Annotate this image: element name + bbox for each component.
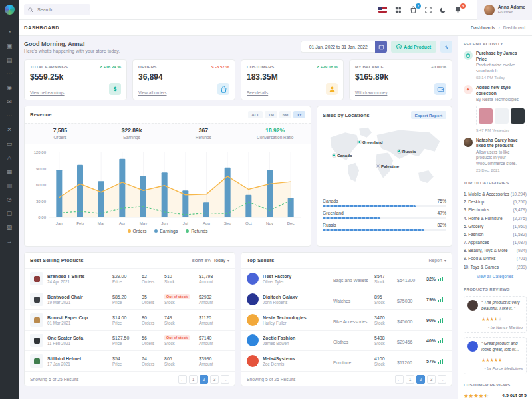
product-thumbnail bbox=[479, 108, 493, 124]
apps-icon[interactable]: ▣ bbox=[0, 39, 19, 53]
messages-icon[interactable]: ✉ bbox=[0, 94, 19, 108]
map-marker-russia[interactable]: Russia bbox=[398, 149, 416, 154]
maps-icon[interactable]: ▧ bbox=[0, 220, 19, 234]
activity-shortcut-button[interactable] bbox=[440, 41, 452, 53]
wallet-icon bbox=[434, 83, 446, 95]
location-bar-row: Greenland47% bbox=[323, 211, 446, 219]
language-flag-button[interactable] bbox=[378, 7, 387, 13]
category-row: 7. Appliances (1,037) bbox=[464, 239, 527, 247]
page-3-button[interactable]: 3 bbox=[210, 375, 219, 384]
map-marker-palestine[interactable]: Palestine bbox=[376, 164, 399, 168]
pagination: ← 1 2 3 → bbox=[178, 375, 229, 384]
charts-icon[interactable]: ▥ bbox=[0, 178, 19, 192]
sort-by-dropdown[interactable]: SORT BY: Today ▾ bbox=[192, 258, 229, 263]
forms-icon[interactable]: △ bbox=[0, 150, 19, 164]
us-flag-icon bbox=[378, 7, 387, 13]
stat-link[interactable]: View net earnings bbox=[30, 90, 65, 95]
table-row: Meta4Systems Zoe Dennis Furniture 4100St… bbox=[241, 350, 452, 371]
next-page-button[interactable]: → bbox=[221, 375, 229, 384]
stat-value: $559.25k bbox=[30, 72, 121, 82]
svg-text:Oct: Oct bbox=[245, 221, 252, 225]
next-page-button[interactable]: → bbox=[438, 375, 446, 384]
account-icon[interactable]: ◉ bbox=[0, 80, 19, 94]
add-product-button[interactable]: + Add Product bbox=[391, 41, 436, 53]
advance-ui-icon[interactable]: ✕ bbox=[0, 122, 19, 136]
layouts-icon[interactable]: ▤ bbox=[0, 53, 19, 66]
svg-text:Apr: Apr bbox=[119, 221, 126, 225]
plus-icon: + bbox=[396, 44, 402, 49]
chart-legend: Orders Earnings Refunds bbox=[25, 227, 311, 237]
theme-toggle-button[interactable] bbox=[440, 7, 446, 13]
multilevel-icon[interactable]: → bbox=[0, 234, 19, 248]
stat-link[interactable]: View all orders bbox=[138, 90, 167, 95]
seller-logo bbox=[247, 314, 259, 326]
menu-ellipsis2-icon[interactable]: ⋯ bbox=[0, 108, 19, 122]
calendar-icon bbox=[378, 44, 384, 50]
svg-text:60.00: 60.00 bbox=[36, 183, 47, 187]
page-3-button[interactable]: 3 bbox=[427, 375, 436, 384]
filter-all[interactable]: ALL bbox=[248, 111, 263, 118]
top-sellers-card: Top Sellers Report ▾ iTest Factory Olive… bbox=[241, 252, 452, 386]
page-2-button[interactable]: 2 bbox=[416, 375, 425, 384]
legend-dot bbox=[154, 229, 158, 233]
history-icon[interactable]: ◷ bbox=[0, 192, 19, 206]
svg-text:Feb: Feb bbox=[76, 221, 84, 225]
cart-button[interactable]: 7 bbox=[410, 6, 417, 13]
stat-label: ORDERS bbox=[138, 65, 157, 69]
table-row: Nesta Technologies Harley Fuller Bike Ac… bbox=[241, 309, 452, 330]
notifications-button[interactable]: 3 bbox=[454, 6, 462, 13]
export-report-button[interactable]: Export Report bbox=[411, 111, 446, 119]
greeting-row: Good Morning, Anna! Here's what's happen… bbox=[24, 41, 452, 53]
category-row: 4. Home & Furniture (2,275) bbox=[464, 214, 527, 222]
breadcrumb: Dashboards › Dashboard bbox=[471, 25, 525, 30]
view-all-categories-link[interactable]: View all Categories bbox=[464, 274, 527, 279]
svg-text:90.00: 90.00 bbox=[36, 167, 47, 171]
stat-delta: ↗ +29.08 % bbox=[316, 65, 338, 69]
fullscreen-button[interactable] bbox=[425, 7, 432, 13]
activity-item: Natasha Carey have liked the products Al… bbox=[464, 138, 527, 173]
tables-icon[interactable]: ▦ bbox=[0, 164, 19, 178]
map-shapes bbox=[321, 124, 448, 194]
mini-bars-icon bbox=[438, 297, 443, 302]
dollar-icon: $ bbox=[109, 83, 121, 95]
page-2-button[interactable]: 2 bbox=[200, 375, 208, 384]
dashboards-icon[interactable]: ◔ bbox=[0, 25, 19, 39]
prev-page-button[interactable]: ← bbox=[178, 375, 187, 384]
stat-link[interactable]: See details bbox=[247, 90, 268, 95]
svg-text:0.00: 0.00 bbox=[38, 215, 46, 219]
breadcrumb-root[interactable]: Dashboards bbox=[471, 25, 495, 30]
filter-1m[interactable]: 1M bbox=[265, 111, 277, 118]
seller-logo bbox=[247, 273, 259, 285]
locations-title: Sales by Locations bbox=[323, 112, 370, 118]
sales-locations-card: Sales by Locations Export Report Canada … bbox=[317, 106, 452, 247]
calendar-button[interactable] bbox=[375, 41, 387, 53]
app-logo[interactable] bbox=[5, 5, 15, 15]
search-input[interactable] bbox=[36, 7, 84, 13]
user-menu[interactable]: Anna Adame Founder bbox=[477, 0, 532, 20]
right-panel: RECENT ACTIVITY Purchase by James Price … bbox=[458, 36, 532, 399]
report-dropdown[interactable]: Report ▾ bbox=[429, 258, 446, 263]
legend-earnings: Earnings bbox=[154, 229, 178, 233]
breadcrumb-separator-icon: › bbox=[499, 25, 500, 30]
best-selling-card: Best Selling Products SORT BY: Today ▾ B… bbox=[24, 252, 235, 386]
table-row: Branded T-Shirts 24 Apr 2021 $29.00Price… bbox=[25, 268, 235, 289]
filter-6m[interactable]: 6M bbox=[279, 111, 292, 118]
widgets-icon[interactable]: ▭ bbox=[0, 136, 19, 150]
prev-page-button[interactable]: ← bbox=[395, 375, 404, 384]
date-range-input[interactable]: 01 Jan, 2022 to 31 Jan, 2022 bbox=[301, 41, 375, 53]
page-1-button[interactable]: 1 bbox=[189, 375, 198, 384]
page-1-button[interactable]: 1 bbox=[406, 375, 414, 384]
map-marker-canada[interactable]: Canada bbox=[332, 153, 352, 158]
stat-link[interactable]: Withdraw money bbox=[355, 90, 387, 95]
components-icon[interactable]: ▢ bbox=[0, 206, 19, 220]
best-selling-title: Best Selling Products bbox=[30, 257, 84, 263]
main-content: Good Morning, Anna! Here's what's happen… bbox=[19, 36, 458, 399]
sidebar-icon-list: ◔ ▣ ▤ ⋯ ◉ ✉ ⋯ ✕ ▭ △ ▦ ▥ bbox=[0, 25, 19, 248]
user-name: Anna Adame bbox=[498, 5, 525, 10]
shopping-bag-icon bbox=[217, 83, 229, 95]
menu-ellipsis-icon[interactable]: ⋯ bbox=[0, 66, 19, 80]
filter-1y[interactable]: 1Y bbox=[293, 111, 305, 118]
apps-menu-button[interactable] bbox=[395, 7, 402, 13]
map-marker-greenland[interactable]: Greenland bbox=[358, 140, 383, 144]
user-icon bbox=[326, 83, 338, 95]
